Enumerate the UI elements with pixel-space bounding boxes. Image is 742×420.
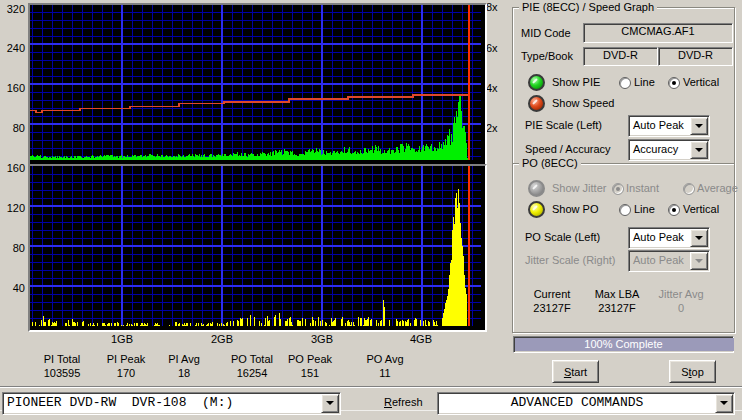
pie-y-tick: 160 [0, 82, 25, 95]
drive-dropdown-button[interactable] [321, 394, 339, 413]
po-y-tick: 80 [0, 242, 25, 255]
pie-scale-select[interactable]: Auto Peak [628, 115, 710, 137]
speed-y-tick: 6x [486, 42, 498, 55]
po-graph [30, 166, 481, 326]
drive-select-value: PIONEER DVD-RW DVR-108 (M:) [7, 396, 233, 410]
start-button[interactable]: Start [552, 360, 599, 383]
po-scale-select[interactable]: Auto Peak [628, 227, 710, 249]
mid-code-label: MID Code [521, 27, 571, 40]
pie-speed-graph-frame [28, 3, 487, 166]
jitter-average-label: Average [697, 182, 738, 195]
jitter-scale-dropdown-button [690, 252, 708, 270]
type-book-label: Type/Book [521, 50, 573, 63]
po-scale-dropdown-button[interactable] [690, 229, 708, 247]
po-scale-label: PO Scale (Left) [525, 231, 600, 244]
po-group: PO (8ECC) Show Jitter Instant Average Sh… [512, 163, 735, 333]
jitter-instant-radio [612, 183, 624, 195]
advanced-commands-select[interactable]: ADVANCED COMMANDS [437, 392, 735, 415]
pie-speed-graph [30, 5, 481, 160]
advanced-commands-value: ADVANCED COMMANDS [438, 396, 716, 410]
po-y-tick: 40 [0, 282, 25, 295]
stop-label-rest: op [692, 366, 704, 378]
po-vertical-label: Vertical [683, 203, 719, 216]
show-speed-led-icon[interactable] [528, 95, 545, 112]
chevron-down-icon [695, 259, 703, 263]
pie-line-label: Line [634, 76, 655, 89]
x-tick-3gb: 3GB [292, 333, 352, 346]
pie-vertical-radio[interactable] [668, 77, 680, 89]
type-value: DVD-R [603, 49, 638, 61]
pie-line-radio[interactable] [619, 77, 631, 89]
refresh-label-rest: efresh [392, 396, 423, 408]
po-scale-value: Auto Peak [633, 230, 684, 244]
max-lba-label: Max LBA [585, 288, 649, 301]
show-jitter-led-icon [528, 180, 545, 197]
po-peak-value: 151 [270, 367, 350, 380]
stop-label-pre: S [681, 366, 688, 378]
mid-code-field: CMCMAG.AF1 [583, 23, 733, 43]
speed-accuracy-select[interactable]: Accuracy [628, 139, 710, 161]
pie-scale-dropdown-button[interactable] [690, 117, 708, 135]
disc-quality-panel: 320 240 160 80 160 120 80 40 8x 6x 4x 2x… [0, 0, 742, 420]
pie-y-tick: 320 [0, 3, 25, 16]
po-vertical-radio[interactable] [668, 204, 680, 216]
jitter-avg-value: 0 [651, 302, 711, 315]
chevron-down-icon [695, 148, 703, 152]
jitter-scale-value: Auto Peak [633, 253, 684, 267]
progress-text: 100% Complete [514, 338, 733, 351]
chevron-down-icon [326, 401, 334, 405]
speed-accuracy-value: Accuracy [633, 142, 678, 156]
speed-y-tick: 2x [486, 122, 498, 135]
jitter-scale-label: Jitter Scale (Right) [525, 254, 615, 267]
po-line-label: Line [634, 203, 655, 216]
pie-scale-value: Auto Peak [633, 118, 684, 132]
current-value: 23127F [522, 302, 582, 315]
po-group-title: PO (8ECC) [519, 157, 581, 170]
speed-accuracy-dropdown-button[interactable] [690, 141, 708, 159]
show-po-led-icon[interactable] [528, 201, 545, 218]
refresh-label-key: R [384, 396, 392, 408]
po-avg-value: 11 [345, 367, 425, 380]
po-y-tick: 160 [0, 162, 25, 175]
current-label: Current [522, 288, 582, 301]
x-tick-4gb: 4GB [391, 333, 451, 346]
chevron-down-icon [695, 124, 703, 128]
jitter-instant-label: Instant [626, 182, 659, 195]
show-po-label: Show PO [552, 203, 598, 216]
speed-accuracy-label: Speed / Accuracy [525, 143, 611, 156]
mid-code-value: CMCMAG.AF1 [621, 25, 694, 37]
chevron-down-icon [720, 401, 728, 405]
speed-y-tick: 4x [486, 82, 498, 95]
po-graph-frame [28, 164, 487, 332]
pie-scale-label: PIE Scale (Left) [525, 119, 602, 132]
po-avg-label: PO Avg [345, 353, 425, 366]
pie-speed-group: PIE (8ECC) / Speed Graph MID Code CMCMAG… [512, 7, 735, 164]
pie-y-tick: 80 [0, 122, 25, 135]
drive-select[interactable]: PIONEER DVD-RW DVR-108 (M:) [2, 392, 341, 415]
start-label-rest: tart [571, 366, 587, 378]
chevron-down-icon [695, 236, 703, 240]
x-tick-2gb: 2GB [192, 333, 252, 346]
book-field: DVD-R [658, 47, 733, 66]
separator-highlight [0, 387, 742, 388]
x-tick-1gb: 1GB [92, 333, 152, 346]
speed-y-tick: 8x [486, 1, 498, 14]
show-jitter-label: Show Jitter [552, 182, 606, 195]
show-pie-led-icon[interactable] [528, 74, 545, 91]
po-line-radio[interactable] [619, 204, 631, 216]
jitter-avg-label: Jitter Avg [651, 288, 711, 301]
po-y-tick: 120 [0, 202, 25, 215]
jitter-scale-select: Auto Peak [628, 250, 710, 272]
refresh-button[interactable]: Refresh [384, 396, 423, 409]
po-peak-label: PO Peak [270, 353, 350, 366]
pie-y-tick: 240 [0, 42, 25, 55]
advanced-dropdown-button[interactable] [715, 394, 733, 413]
show-pie-label: Show PIE [552, 76, 600, 89]
pie-group-title: PIE (8ECC) / Speed Graph [519, 1, 657, 14]
max-lba-value: 23127F [585, 302, 649, 315]
type-field: DVD-R [583, 47, 658, 66]
jitter-average-radio [683, 183, 695, 195]
stop-button[interactable]: Stop [669, 360, 716, 383]
scan-progress-bar: 100% Complete [513, 336, 734, 353]
book-value: DVD-R [678, 49, 713, 61]
